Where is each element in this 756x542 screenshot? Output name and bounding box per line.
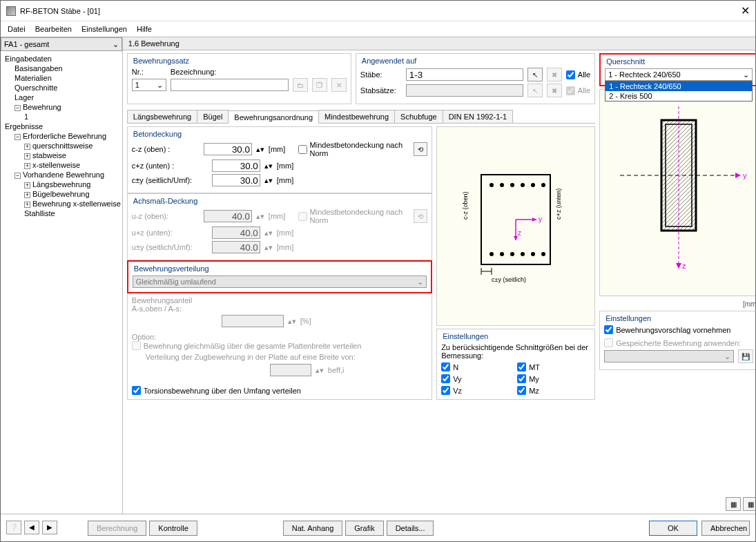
svg-point-4 [521,183,525,187]
next-icon[interactable]: ▶ [42,521,57,534]
querschnitt-opt2[interactable]: 2 - Kreis 500 [605,91,752,101]
tree-stahlliste[interactable]: Stahlliste [2,209,121,218]
chk-vz[interactable]: Vz [441,386,514,395]
tree-querschnitte[interactable]: Querschnitte [2,83,121,93]
label-uz-unten: u+z (unten): [132,229,208,237]
achsmass-panel: Achsmaß-Deckung u-z (oben): ▴▾ [mm] Mind… [127,193,432,260]
alle-stabsatze-check: Alle [566,86,590,95]
svg-text:y: y [743,171,747,180]
tree-buegelbewehrung[interactable]: +Bügelbewehrung [2,189,121,199]
chevron-down-icon: ⌄ [113,40,119,49]
nat-anhang-button[interactable]: Nat. Anhang [283,521,343,536]
svg-point-2 [500,183,504,187]
tree-stabweise[interactable]: +stabweise [2,151,121,160]
crosssection-view: y z [599,89,756,296]
cz-unten-input[interactable] [212,159,260,172]
abbrechen-button[interactable]: Abbrechen [701,521,750,536]
stabe-input[interactable] [406,68,523,81]
tree-laengsbewehrung[interactable]: +Längsbewehrung [2,180,121,189]
folder-icon[interactable]: 🗀 [293,78,308,92]
svg-point-6 [541,183,545,187]
copy-icon[interactable]: ❐ [312,78,327,92]
tree-materialien[interactable]: Materialien [2,73,121,83]
navigation-tree: Eingabedaten Basisangaben Materialien Qu… [1,51,122,514]
tab-bewehrungsanordnung[interactable]: Bewehrungsanordnung [228,110,319,124]
menu-datei[interactable]: Datei [8,25,26,33]
tree-basisangaben[interactable]: Basisangaben [2,64,121,73]
verteilung-extra: Bewehrungsanteil A-s,oben / A-s: ▴▾ [%] … [127,293,432,400]
view-icon-1[interactable]: ▦ [726,497,741,511]
querschnitt-opt1[interactable]: 1 - Rechteck 240/650 [605,81,752,91]
tree-lager[interactable]: Lager [2,93,121,102]
tree-bew-xstellen[interactable]: +Bewehrung x-stellenweise [2,199,121,209]
menu-einstellungen[interactable]: Einstellungen [81,25,127,33]
chk-vorschlag[interactable]: Bewehrungsvorschlag vornehmen [604,325,753,334]
tab-schubfuge[interactable]: Schubfuge [394,110,443,123]
footer: ❔ ◀ ▶ Berechnung Kontrolle Nat. Anhang G… [1,514,755,541]
menu-hilfe[interactable]: Hilfe [137,25,152,33]
svg-point-8 [500,252,504,256]
tree-eingabedaten[interactable]: Eingabedaten [2,54,121,64]
chk-torsion[interactable]: Torsionsbewehrung über den Umfang vertei… [132,386,427,395]
einst-right-legend: Einstellungen [604,314,753,322]
tree-bewehrung[interactable]: −Bewehrung [2,102,121,112]
label-cz-unten: c+z (unten) : [132,162,208,170]
uz-oben-input [204,210,252,222]
verteilung-combo[interactable]: Gleichmäßig umlaufend⌄ [133,275,427,288]
tab-buegel[interactable]: Bügel [197,110,229,123]
loadcase-combo[interactable]: FA1 - gesamt ⌄ [1,37,122,51]
tree-ergebnisse[interactable]: Ergebnisse [2,122,121,131]
prev-icon[interactable]: ◀ [24,521,39,534]
cover-svg: y z c-z (oben) c+z (unten) c±y (seitlich… [443,161,588,292]
pick-stabe-icon[interactable]: ↖ [527,68,543,81]
tree-xstellenweise[interactable]: +x-stellenweise [2,160,121,170]
svg-point-1 [490,183,494,187]
svg-point-11 [531,252,535,256]
tree-bew-1[interactable]: 1 [2,112,121,122]
svg-text:c+z (unten): c+z (unten) [555,188,562,219]
cy-seitlich-input[interactable] [212,174,260,186]
nr-combo[interactable]: 1⌄ [132,79,166,91]
uz-unten-input [212,226,260,239]
menu-bearbeiten[interactable]: Bearbeiten [35,25,72,33]
alle-stabe-check[interactable]: Alle [566,70,590,79]
mindestbeton-check[interactable]: Mindestbetondeckung nach Norm [298,141,410,157]
unit-pct: [%] [300,317,311,325]
view-icon-2[interactable]: ▦ [743,497,756,511]
gespeichert-combo: ⌄ [604,350,734,362]
grafik-button[interactable]: Grafik [345,521,383,536]
einstellungen-right: Einstellungen Bewehrungsvorschlag vorneh… [599,311,756,370]
tree-querschnittsweise[interactable]: +querschnittsweise [2,141,121,151]
chk-gespeichert: Gespeicherte Bewehrung anwenden: [604,338,753,347]
label-stabsatze: Stabsätze: [360,86,402,95]
chk-n[interactable]: N [441,362,514,371]
betondeckung-tool-icon[interactable]: ⟲ [414,142,427,156]
chk-vy[interactable]: Vy [441,374,514,383]
tab-laengsbewehrung[interactable]: Längsbewehrung [127,110,197,123]
tab-mindestbewehrung[interactable]: Mindestbewehrung [318,110,395,123]
chk-mz[interactable]: Mz [517,386,590,395]
crosssection-unit: [mm] [599,300,756,308]
clear-stabe-icon[interactable]: ✖ [547,68,562,81]
berechnung-button[interactable]: Berechnung [88,521,146,536]
help-icon[interactable]: ❔ [6,521,21,534]
bewehrungssatz-legend: Bewehrungssatz [132,57,347,65]
ok-button[interactable]: OK [649,521,697,536]
close-icon[interactable]: ✕ [741,4,750,17]
querschnitt-combo[interactable]: 1 - Rechteck 240/650⌄ [605,68,753,81]
tree-vorhandene[interactable]: −Vorhandene Bewehrung [2,170,121,180]
svg-text:z: z [518,229,521,237]
chk-mt[interactable]: MT [517,362,590,371]
tab-din[interactable]: DIN EN 1992-1-1 [443,110,513,123]
save-icon: 💾 [738,349,753,363]
tree-erforderliche[interactable]: −Erforderliche Bewehrung [2,131,121,141]
label-cz-oben: c-z (oben) : [132,145,200,153]
details-button[interactable]: Details... [387,521,434,536]
pick-stabsatze-icon: ↖ [527,84,543,97]
chk-my[interactable]: My [517,374,590,383]
bezeichnung-input[interactable] [171,79,289,91]
cz-oben-input[interactable] [204,143,252,155]
label-bezeichnung: Bezeichnung: [171,68,347,76]
kontrolle-button[interactable]: Kontrolle [149,521,197,536]
delete-icon[interactable]: ✕ [331,78,347,92]
